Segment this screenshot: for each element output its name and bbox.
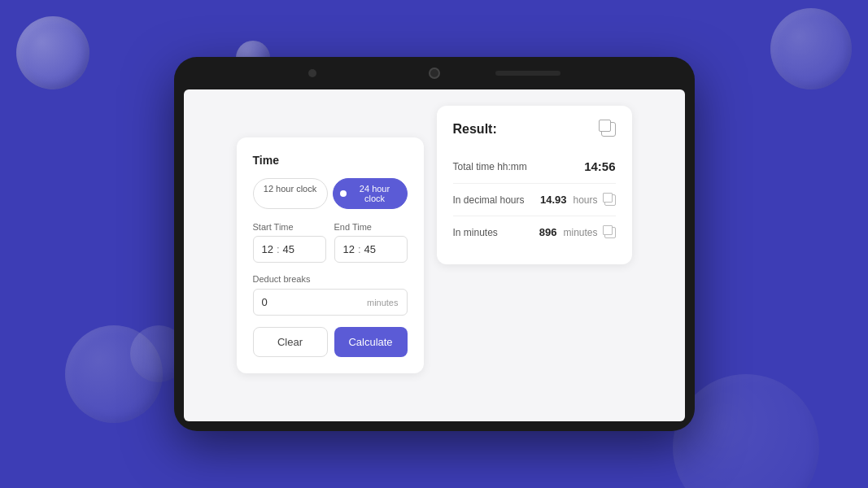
minutes-value: 896 [539, 226, 557, 238]
end-time-input[interactable]: 12 : 45 [334, 236, 408, 263]
total-time-label: Total time hh:mm [453, 161, 527, 172]
tablet-top-bar [174, 57, 695, 89]
time-card-title: Time [253, 154, 408, 167]
bubble-3 [770, 8, 852, 89]
result-card: Result: Total time hh:mm 14:56 In decima… [437, 106, 632, 264]
speaker [495, 71, 560, 76]
bubble-6 [673, 374, 819, 488]
tablet-frame: Time 12 hour clock 24 hour clock Start T… [174, 57, 695, 431]
end-time-group: End Time 12 : 45 [334, 222, 408, 263]
deduct-unit: minutes [367, 298, 399, 307]
tablet-screen: Time 12 hour clock 24 hour clock Start T… [184, 89, 685, 421]
start-hours: 12 [262, 243, 273, 255]
deduct-value: 0 [262, 296, 268, 308]
12h-clock-button[interactable]: 12 hour clock [253, 178, 328, 209]
calculate-button[interactable]: Calculate [334, 327, 408, 357]
decimal-hours-value: 14.93 [540, 194, 567, 206]
camera-center [429, 68, 440, 79]
start-time-input[interactable]: 12 : 45 [253, 236, 326, 263]
copy-all-icon[interactable] [601, 122, 616, 137]
minutes-label: In minutes [453, 227, 498, 238]
deduct-input[interactable]: 0 minutes [253, 289, 408, 316]
minutes-right: 896 minutes [539, 226, 616, 238]
decimal-hours-right: 14.93 hours [540, 194, 616, 206]
start-time-group: Start Time 12 : 45 [253, 222, 326, 263]
minutes-unit: minutes [563, 227, 597, 238]
minutes-row: In minutes 896 minutes [453, 216, 616, 248]
bubble-1 [16, 16, 89, 89]
decimal-hours-label: In decimal hours [453, 194, 525, 206]
clock-toggle-group: 12 hour clock 24 hour clock [253, 178, 408, 209]
end-time-label: End Time [334, 222, 408, 232]
total-time-value: 14:56 [584, 159, 615, 173]
card-buttons: Clear Calculate [253, 327, 408, 357]
time-inputs-group: Start Time 12 : 45 End Time 12 : 45 [253, 222, 408, 263]
24h-clock-label: 24 hour clock [350, 184, 400, 203]
start-time-label: Start Time [253, 222, 326, 232]
copy-decimal-icon[interactable] [604, 194, 616, 206]
total-time-row: Total time hh:mm 14:56 [453, 150, 616, 184]
start-minutes: 45 [283, 243, 294, 255]
start-separator: : [277, 243, 280, 255]
decimal-hours-unit: hours [573, 194, 597, 206]
end-separator: : [358, 243, 361, 255]
time-calculator-card: Time 12 hour clock 24 hour clock Start T… [237, 137, 424, 373]
decimal-hours-row: In decimal hours 14.93 hours [453, 184, 616, 216]
end-minutes: 45 [364, 243, 376, 255]
copy-minutes-icon[interactable] [604, 227, 616, 238]
24h-clock-button[interactable]: 24 hour clock [333, 178, 408, 209]
active-dot [340, 190, 347, 197]
deduct-label: Deduct breaks [253, 274, 408, 284]
result-header: Result: [453, 122, 616, 137]
camera-left [308, 69, 316, 77]
result-title: Result: [453, 122, 497, 137]
clear-button[interactable]: Clear [253, 327, 328, 357]
end-hours: 12 [343, 243, 355, 255]
